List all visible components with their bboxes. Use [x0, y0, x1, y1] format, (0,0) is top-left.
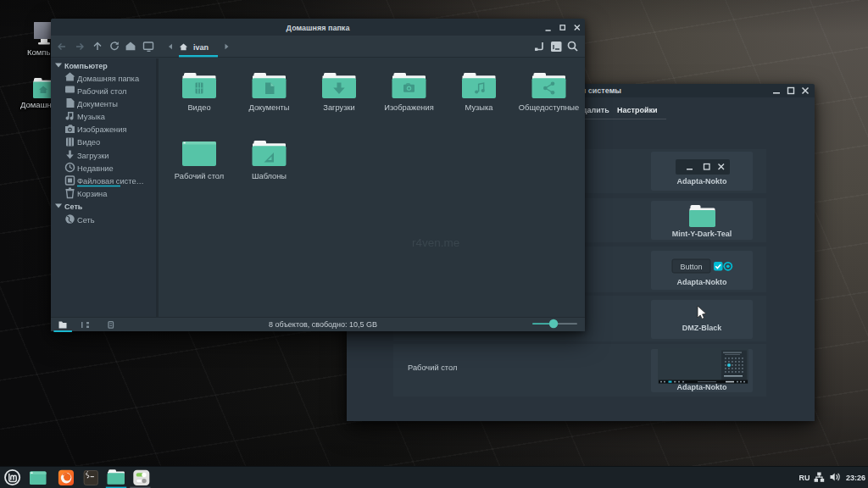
- svg-text:23:26: 23:26: [846, 474, 865, 482]
- svg-text:Adapta-Nokto: Adapta-Nokto: [677, 177, 727, 186]
- svg-text:Шаблоны: Шаблоны: [252, 172, 287, 180]
- svg-text:Adapta-Nokto: Adapta-Nokto: [677, 278, 727, 286]
- svg-text:Изображения: Изображения: [77, 125, 126, 134]
- svg-text:Загрузки: Загрузки: [77, 152, 108, 160]
- svg-text:Видео: Видео: [187, 103, 210, 112]
- svg-text:Изображения: Изображения: [384, 103, 433, 112]
- svg-text:Документы: Документы: [249, 103, 290, 112]
- svg-text:Сеть: Сеть: [64, 202, 83, 211]
- svg-text:Загрузки: Загрузки: [323, 103, 354, 112]
- svg-text:Рабочий стол: Рабочий стол: [408, 363, 457, 372]
- svg-text:Документы: Документы: [77, 100, 118, 108]
- svg-text:Компьютер: Компьютер: [64, 62, 108, 70]
- svg-text:Музыка: Музыка: [465, 103, 494, 112]
- svg-text:Файловая систе…: Файловая систе…: [77, 177, 144, 186]
- svg-text:Видео: Видео: [77, 138, 100, 147]
- svg-text:Корзина: Корзина: [77, 190, 108, 198]
- svg-text:Общедоступные: Общедоступные: [519, 103, 579, 112]
- svg-text:Mint-Y-Dark-Teal: Mint-Y-Dark-Teal: [672, 230, 732, 238]
- svg-text:Button: Button: [680, 263, 702, 271]
- svg-text:Недавние: Недавние: [77, 164, 114, 173]
- svg-text:r4ven.me: r4ven.me: [412, 236, 459, 249]
- svg-text:Сеть: Сеть: [77, 216, 95, 225]
- svg-text:Музыка: Музыка: [77, 113, 106, 121]
- svg-text:Рабочий стол: Рабочий стол: [77, 87, 126, 96]
- svg-text:8 объектов, свободно: 10,5 GB: 8 объектов, свободно: 10,5 GB: [269, 320, 377, 329]
- svg-text:Домашняя папка: Домашняя папка: [77, 75, 140, 83]
- svg-text:RU: RU: [799, 474, 810, 482]
- svg-text:ivan: ivan: [193, 43, 209, 52]
- svg-text:Рабочий стол: Рабочий стол: [175, 172, 224, 180]
- svg-text:DMZ-Black: DMZ-Black: [682, 324, 723, 332]
- svg-text:Adapta-Nokto: Adapta-Nokto: [677, 383, 727, 391]
